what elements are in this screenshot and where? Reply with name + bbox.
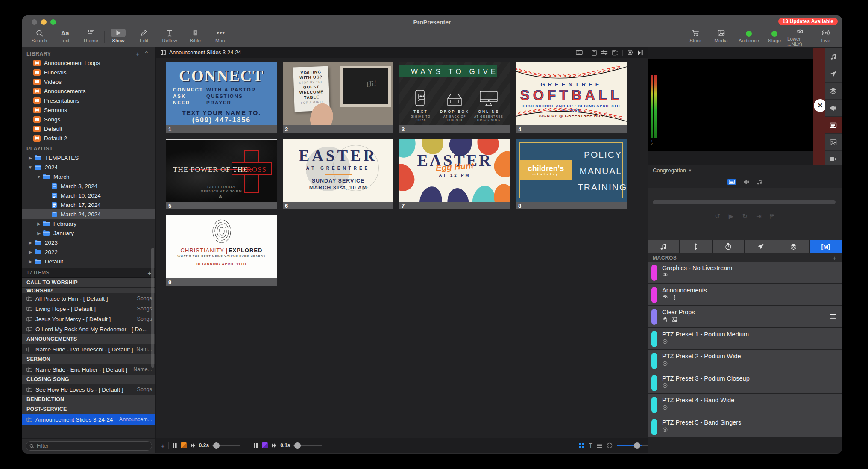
timeline-scrubber[interactable]	[653, 200, 836, 204]
library-item[interactable]: Announcement Loops	[22, 58, 155, 68]
toolbar-button-reflow[interactable]: Reflow	[157, 27, 182, 47]
slide-thumbnail-5[interactable]: THE POWER OF THECROSS GOOD FRIDAYSERVICE…	[166, 139, 277, 209]
toolbar-button-media[interactable]: Media	[708, 27, 734, 47]
send-icon[interactable]	[825, 65, 842, 83]
service-item[interactable]: Name Slide - Pat Tedeschi - [ Default ]N…	[22, 344, 155, 354]
playlist-folder[interactable]: ▶2022	[22, 247, 155, 257]
tab-hub-icon[interactable]	[680, 240, 712, 253]
playlist-folder[interactable]: ▶February	[22, 219, 155, 228]
loop-icon[interactable]: ↻	[742, 213, 748, 219]
macro-item[interactable]: PTZ Preset 1 - Podium Medium	[648, 328, 842, 350]
toolbar-button-audience[interactable]: Audience	[736, 27, 762, 47]
slides-layer-toggle[interactable]	[727, 179, 736, 185]
toolbar-button-lower-nly-[interactable]: Lower ...NLY)	[787, 27, 813, 47]
service-item[interactable]: See How He Loves Us - [ Default ]Songs	[22, 384, 155, 395]
megaphone-icon[interactable]	[825, 100, 842, 117]
library-item[interactable]: Announcements	[22, 86, 155, 96]
output-preview[interactable]: 1 2	[648, 59, 813, 151]
pause-build-icon[interactable]	[172, 443, 177, 448]
library-add-button[interactable]: +	[134, 51, 142, 57]
tab-music-note-icon[interactable]	[648, 240, 679, 253]
slide-size-icon[interactable]	[576, 50, 583, 55]
macro-item[interactable]: PTZ Preset 5 - Band Singers	[648, 416, 842, 438]
toolbar-button-bible[interactable]: Bible	[182, 27, 208, 47]
bookmark-icon[interactable]: ⛿	[770, 213, 774, 219]
slide-thumbnail-4[interactable]: >>>>>>>>>>>>>>>>>>>>>> <<<<<<<<<<<<<<<<<…	[516, 62, 627, 133]
tab-timer-icon[interactable]	[713, 240, 744, 253]
image-icon[interactable]	[825, 134, 842, 151]
playlist-folder[interactable]: ▶January	[22, 228, 155, 238]
slide-thumbnail-2[interactable]: Hi! VISITINGWITH US? STOP BY THE GUESTWE…	[283, 62, 393, 133]
grid-view-icon[interactable]	[579, 443, 584, 448]
add-slide-button[interactable]: +	[161, 442, 165, 449]
toolbar-button-show[interactable]: Show	[106, 27, 131, 47]
skip-30-icon[interactable]: ⇥	[756, 213, 762, 219]
library-item[interactable]: Songs	[22, 115, 155, 124]
sidebar-scrollbar[interactable]	[151, 248, 154, 368]
service-item[interactable]: Announcement Slides 3-24-24Announcem...	[22, 414, 155, 425]
chevron-right-icon[interactable]: ▶	[26, 259, 34, 264]
chevron-right-icon[interactable]: ▶	[35, 221, 43, 226]
target-icon[interactable]	[627, 50, 633, 56]
chevron-down-icon[interactable]: ▼	[35, 174, 43, 179]
layers-icon[interactable]	[825, 83, 842, 100]
zoom-out-icon[interactable]	[607, 442, 613, 448]
service-item[interactable]: Jesus Your Mercy - [ Default ]Songs	[22, 314, 155, 324]
tab-macro-icon[interactable]: [M]	[810, 240, 842, 253]
playlist-document[interactable]: March 10, 2024	[22, 191, 155, 200]
chevron-right-icon[interactable]: ▶	[26, 250, 34, 254]
document-grid-icon[interactable]	[612, 50, 618, 56]
toolbar-button-text[interactable]: AaText	[52, 27, 78, 47]
macro-item[interactable]: PTZ Preset 3 - Podium Closeup	[648, 372, 842, 394]
list-view-icon[interactable]	[597, 443, 602, 448]
skip-build-icon[interactable]	[190, 443, 196, 448]
library-item[interactable]: Videos	[22, 77, 155, 86]
macro-item[interactable]: PTZ Preset 2 - Podium Wide	[648, 350, 842, 372]
chevron-right-icon[interactable]: ▶	[26, 240, 34, 245]
toolbar-button-more[interactable]: •••More	[208, 27, 234, 47]
library-item[interactable]: Funerals	[22, 68, 155, 77]
add-item-button[interactable]: +	[147, 269, 151, 277]
tab-send-icon[interactable]	[745, 240, 777, 253]
tab-layers-icon[interactable]	[777, 240, 809, 253]
library-item[interactable]: Sermons	[22, 105, 155, 115]
service-item[interactable]: Name Slide - Eric Huber - [ Default ]Nam…	[22, 364, 155, 375]
slide-thumbnail-9[interactable]: CHRISTIANITYEXPLORED WHAT'S THE BEST NEW…	[166, 215, 277, 286]
music-note-icon[interactable]	[825, 48, 842, 65]
timeline-icon[interactable]	[601, 50, 608, 55]
toolbar-button-search[interactable]: Search	[26, 27, 52, 47]
toolbar-button-live[interactable]: Live	[813, 27, 839, 47]
props-layer-toggle[interactable]	[743, 180, 750, 185]
service-item[interactable]: O Lord My Rock And My Redeemer - [ Defau…	[22, 324, 155, 334]
skip-build-icon-2[interactable]	[271, 443, 277, 448]
skip-forward-icon[interactable]	[637, 50, 643, 56]
filter-input[interactable]: Filter	[26, 441, 152, 451]
transition-purple-icon[interactable]	[262, 442, 268, 448]
audio-layer-toggle[interactable]	[757, 179, 762, 185]
clipboard-icon[interactable]	[592, 50, 597, 56]
service-item[interactable]: All Praise to Him - [ Default ]Songs	[22, 293, 155, 304]
slide-thumbnail-1[interactable]: CONNECT CONNECTWITH A PASTOR ASKQUESTION…	[166, 62, 277, 133]
rewind-icon[interactable]: ↺	[715, 213, 720, 219]
macro-item[interactable]: Clear Props	[648, 306, 842, 327]
toolbar-button-theme[interactable]: Theme	[78, 27, 103, 47]
playlist-document[interactable]: March 3, 2024	[22, 181, 155, 191]
slide-thumbnail-6[interactable]: EASTERAT GREENTREE SUNDAY SERVICEMARCH 3…	[283, 139, 393, 209]
transition-orange-icon[interactable]	[181, 442, 187, 448]
playlist-folder[interactable]: ▶Default	[22, 257, 155, 266]
library-collapse-icon[interactable]: ⌃	[141, 51, 151, 57]
playlist-folder[interactable]: ▼March	[22, 172, 155, 181]
text-view-icon[interactable]: T	[589, 442, 592, 448]
add-macro-button[interactable]: +	[833, 254, 836, 261]
slide-thumbnail-8[interactable]: children'sministry POLICYMANUALTRAINING …	[516, 139, 627, 209]
screen-selector[interactable]: Congregation ▼	[648, 165, 842, 176]
playlist-folder[interactable]: ▼2024	[22, 162, 155, 172]
service-item[interactable]: Living Hope - [ Default ]Songs	[22, 304, 155, 314]
chevron-down-icon[interactable]: ▼	[26, 165, 34, 170]
play-icon[interactable]: ▶	[729, 213, 734, 219]
playlist-folder[interactable]: ▶TEMPLATES	[22, 153, 155, 162]
document-lines-icon[interactable]	[825, 117, 842, 134]
playlist-document[interactable]: March 24, 2024	[22, 209, 155, 219]
macro-item[interactable]: PTZ Preset 4 - Band Wide	[648, 394, 842, 416]
library-item[interactable]: Default 2	[22, 133, 155, 143]
